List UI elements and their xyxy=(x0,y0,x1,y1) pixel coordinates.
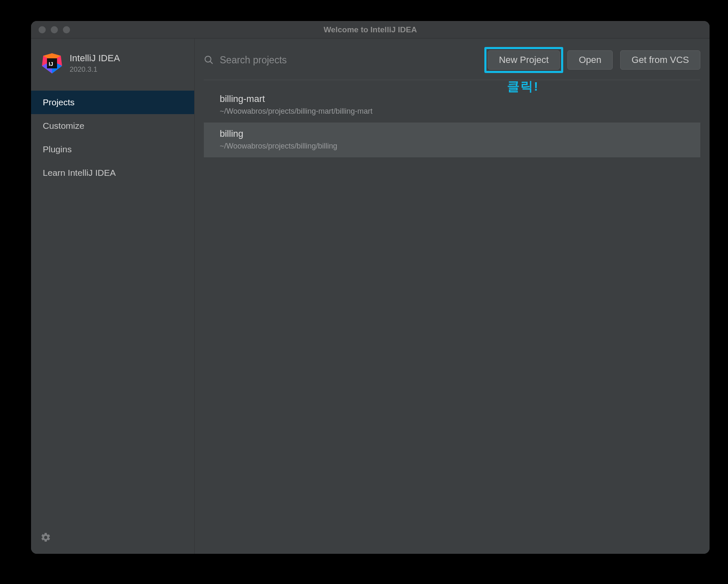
sidebar-item-plugins[interactable]: Plugins xyxy=(31,138,194,161)
maximize-icon[interactable] xyxy=(63,26,70,33)
minimize-icon[interactable] xyxy=(51,26,58,33)
traffic-lights xyxy=(39,26,70,33)
window-body: IJ IntelliJ IDEA 2020.3.1 Projects Custo… xyxy=(31,39,710,554)
brand-text: IntelliJ IDEA 2020.3.1 xyxy=(70,53,120,74)
svg-line-7 xyxy=(210,61,213,64)
sidebar-item-learn[interactable]: Learn IntelliJ IDEA xyxy=(31,161,194,185)
sidebar-item-projects[interactable]: Projects xyxy=(31,91,194,114)
search-input[interactable] xyxy=(220,55,480,66)
project-item[interactable]: billing-mart ~/Woowabros/projects/billin… xyxy=(204,88,700,123)
brand-block: IJ IntelliJ IDEA 2020.3.1 xyxy=(31,39,194,91)
project-item[interactable]: billing ~/Woowabros/projects/billing/bil… xyxy=(204,123,700,157)
project-list: billing-mart ~/Woowabros/projects/billin… xyxy=(204,80,700,157)
sidebar-nav: Projects Customize Plugins Learn Intelli… xyxy=(31,91,194,185)
svg-point-6 xyxy=(205,56,211,62)
close-icon[interactable] xyxy=(39,26,46,33)
search-wrap xyxy=(204,55,480,66)
project-name: billing xyxy=(220,128,691,139)
search-icon xyxy=(204,55,214,65)
project-name: billing-mart xyxy=(220,94,691,104)
project-path: ~/Woowabros/projects/billing/billing xyxy=(220,142,691,151)
open-button[interactable]: Open xyxy=(567,50,613,70)
top-bar: New Project Open Get from VCS xyxy=(204,39,700,80)
sidebar: IJ IntelliJ IDEA 2020.3.1 Projects Custo… xyxy=(31,39,195,554)
sidebar-item-customize[interactable]: Customize xyxy=(31,114,194,138)
window-title: Welcome to IntelliJ IDEA xyxy=(31,25,710,34)
intellij-logo-icon: IJ xyxy=(42,53,62,73)
main-panel: New Project Open Get from VCS billing-ma… xyxy=(195,39,710,554)
sidebar-footer xyxy=(31,526,194,554)
svg-text:IJ: IJ xyxy=(49,61,53,67)
annotation-click-label: 클릭! xyxy=(507,78,539,95)
new-project-button[interactable]: New Project xyxy=(488,50,560,70)
get-from-vcs-button[interactable]: Get from VCS xyxy=(620,50,700,70)
product-version: 2020.3.1 xyxy=(70,65,120,74)
project-path: ~/Woowabros/projects/billing-mart/billin… xyxy=(220,107,691,116)
product-name: IntelliJ IDEA xyxy=(70,53,120,64)
gear-icon[interactable] xyxy=(40,532,51,543)
welcome-window: Welcome to IntelliJ IDEA IJ IntelliJ IDE… xyxy=(31,21,710,554)
title-bar: Welcome to IntelliJ IDEA xyxy=(31,21,710,39)
